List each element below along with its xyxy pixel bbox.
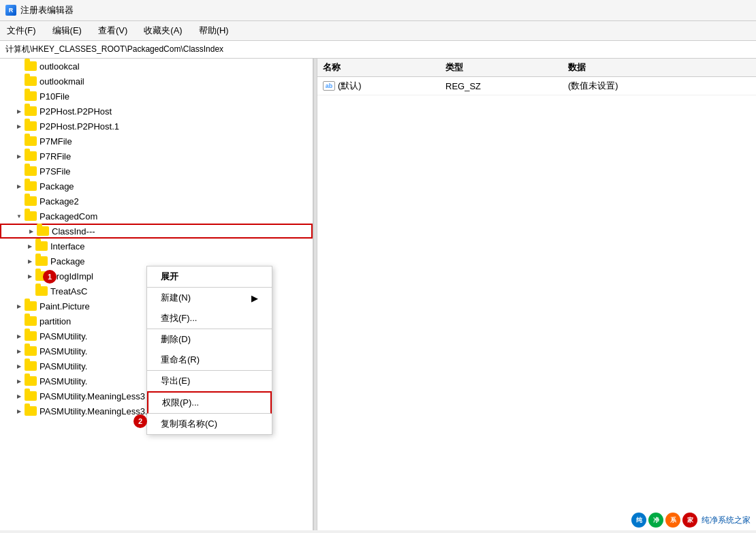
menu-bar: 文件(F) 编辑(E) 查看(V) 收藏夹(A) 帮助(H) bbox=[0, 21, 756, 41]
folder-icon bbox=[25, 391, 37, 401]
tree-item-label: partition bbox=[40, 316, 71, 326]
tree-item-outlookcal[interactable]: outlookcal bbox=[0, 59, 313, 74]
logo-circle-3: 系 bbox=[665, 513, 680, 528]
context-menu-rename-label: 重命名(R) bbox=[161, 354, 200, 366]
watermark: 纯 净 系 家 纯净系统之家 bbox=[631, 513, 751, 528]
folder-icon bbox=[35, 241, 48, 251]
right-pane-header: 名称 类型 数据 bbox=[317, 59, 756, 77]
expand-arrow[interactable] bbox=[14, 346, 25, 356]
tree-item-label: PackagedCom bbox=[40, 211, 97, 222]
expand-arrow[interactable] bbox=[25, 271, 35, 281]
folder-icon bbox=[25, 106, 37, 116]
tree-item-p7rfile[interactable]: P7RFile bbox=[0, 149, 313, 164]
registry-value-row[interactable]: ab (默认) REG_SZ (数值未设置) bbox=[317, 77, 756, 95]
expand-arrow[interactable] bbox=[14, 331, 25, 341]
badge-2: 2 bbox=[133, 414, 147, 428]
context-menu-copykey[interactable]: 复制项名称(C) bbox=[147, 414, 272, 434]
context-menu-copykey-label: 复制项名称(C) bbox=[161, 418, 217, 430]
context-menu-rename[interactable]: 重命名(R) bbox=[147, 350, 272, 371]
menu-view[interactable]: 查看(V) bbox=[95, 23, 130, 38]
expand-arrow[interactable] bbox=[14, 151, 25, 162]
tree-item-label: PASMUtility.MeaningLess3.2 bbox=[40, 406, 153, 416]
expand-arrow[interactable] bbox=[14, 376, 25, 386]
tree-item-label: ClassInd--- bbox=[52, 226, 95, 237]
tree-item-label: PASMUtility.MeaningLess3 bbox=[40, 391, 145, 401]
context-menu-expand-label: 展开 bbox=[161, 271, 178, 283]
expand-arrow bbox=[14, 61, 25, 72]
watermark-text: 纯净系统之家 bbox=[702, 515, 751, 526]
expand-arrow[interactable] bbox=[14, 121, 25, 132]
tree-item-label: outlookmail bbox=[40, 76, 84, 87]
logo-circle-2: 净 bbox=[648, 513, 663, 528]
tree-item-label: P2PHost.P2PHost.1 bbox=[40, 121, 119, 132]
expand-arrow bbox=[25, 286, 35, 296]
expand-arrow[interactable] bbox=[25, 241, 35, 252]
menu-favorites[interactable]: 收藏夹(A) bbox=[141, 23, 185, 38]
expand-arrow[interactable] bbox=[14, 181, 25, 192]
context-menu-new-label: 新建(N) bbox=[161, 292, 191, 304]
badge-2-label: 2 bbox=[138, 417, 142, 425]
context-menu-expand[interactable]: 展开 bbox=[147, 266, 272, 288]
expand-arrow bbox=[14, 166, 25, 177]
tree-item-classindex[interactable]: ClassInd--- bbox=[0, 224, 313, 239]
tree-item-p2phost2[interactable]: P2PHost.P2PHost.1 bbox=[0, 119, 313, 134]
address-path: 计算机\HKEY_CLASSES_ROOT\PackagedCom\ClassI… bbox=[5, 44, 223, 54]
tree-item-package2[interactable]: Package2 bbox=[0, 194, 313, 209]
folder-icon bbox=[35, 256, 48, 266]
folder-icon bbox=[25, 361, 37, 371]
context-menu-delete[interactable]: 删除(D) bbox=[147, 329, 272, 350]
badge-1: 1 bbox=[43, 270, 57, 284]
tree-item-label: P7MFile bbox=[40, 136, 72, 147]
context-menu-permissions-label: 权限(P)... bbox=[162, 397, 199, 409]
expand-arrow[interactable] bbox=[14, 361, 25, 371]
expand-arrow[interactable] bbox=[14, 211, 25, 222]
folder-icon bbox=[25, 61, 37, 71]
tree-item-label: P7RFile bbox=[40, 151, 71, 162]
tree-item-outlookmail[interactable]: outlookmail bbox=[0, 74, 313, 89]
tree-item-label: P2PHost.P2PHost bbox=[40, 106, 112, 117]
context-menu-find[interactable]: 查找(F)... bbox=[147, 308, 272, 329]
tree-item-label: Package bbox=[40, 181, 74, 192]
tree-item-label: PASMUtility. bbox=[40, 331, 87, 341]
tree-item-label: ProgIdImpl bbox=[50, 271, 93, 281]
expand-arrow[interactable] bbox=[25, 256, 35, 266]
tree-item-label: outlookcal bbox=[40, 61, 80, 72]
context-menu-export[interactable]: 导出(E) bbox=[147, 371, 272, 391]
context-menu-delete-label: 删除(D) bbox=[161, 333, 191, 346]
expand-arrow bbox=[14, 196, 25, 207]
logo-circle-4: 家 bbox=[682, 513, 697, 528]
tree-item-p7sfile[interactable]: P7SFile bbox=[0, 164, 313, 179]
value-type-cell: REG_SZ bbox=[445, 81, 568, 91]
expand-arrow[interactable] bbox=[14, 391, 25, 401]
tree-item-p10file[interactable]: P10File bbox=[0, 89, 313, 104]
expand-arrow[interactable] bbox=[14, 406, 25, 416]
menu-file[interactable]: 文件(F) bbox=[4, 23, 39, 38]
expand-arrow[interactable] bbox=[14, 301, 25, 311]
folder-icon bbox=[25, 76, 37, 86]
badge-1-label: 1 bbox=[48, 273, 52, 281]
tree-item-interface[interactable]: Interface bbox=[0, 239, 313, 254]
expand-arrow[interactable] bbox=[14, 106, 25, 117]
tree-item-p2phost1[interactable]: P2PHost.P2PHost bbox=[0, 104, 313, 119]
folder-icon bbox=[25, 346, 37, 356]
menu-edit[interactable]: 编辑(E) bbox=[50, 23, 84, 38]
tree-item-p7mfile[interactable]: P7MFile bbox=[0, 134, 313, 149]
tree-item-packagedcom[interactable]: PackagedCom bbox=[0, 209, 313, 224]
tree-item-package[interactable]: Package bbox=[0, 179, 313, 194]
context-menu-new-arrow: ▶ bbox=[251, 293, 258, 303]
expand-arrow[interactable] bbox=[26, 226, 37, 237]
value-name: (默认) bbox=[338, 80, 362, 92]
menu-help[interactable]: 帮助(H) bbox=[196, 23, 232, 38]
app-icon: R bbox=[5, 5, 16, 16]
folder-icon bbox=[25, 316, 37, 326]
tree-item-label: PASMUtility. bbox=[40, 376, 87, 386]
context-menu: 展开 新建(N) ▶ 查找(F)... 删除(D) 重命名(R) 导出(E) 权… bbox=[146, 266, 272, 435]
folder-icon bbox=[25, 91, 37, 101]
folder-icon bbox=[25, 121, 37, 131]
right-pane: 名称 类型 数据 ab (默认) REG_SZ (数值未设置) bbox=[317, 59, 756, 530]
context-menu-new[interactable]: 新建(N) ▶ bbox=[147, 288, 272, 308]
logo-circle-1: 纯 bbox=[631, 513, 646, 528]
folder-icon bbox=[25, 151, 37, 161]
tree-item-label: P7SFile bbox=[40, 166, 71, 177]
context-menu-permissions[interactable]: 权限(P)... bbox=[147, 391, 272, 414]
